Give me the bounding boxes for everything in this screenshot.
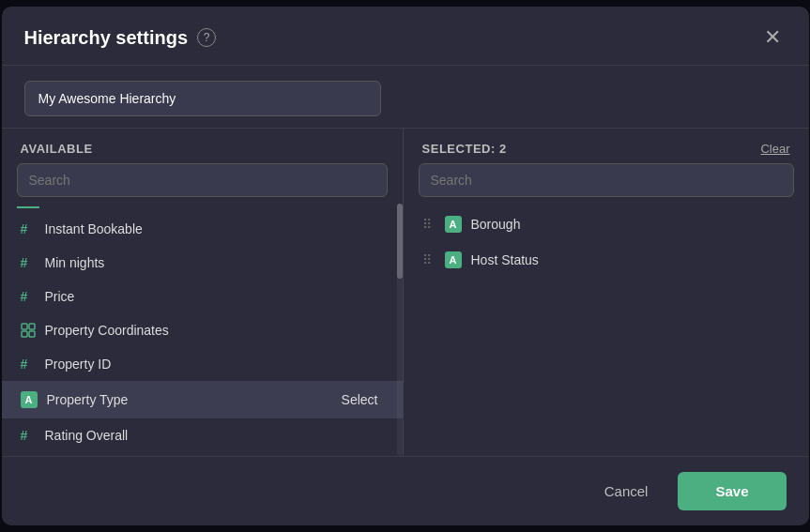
modal-title: Hierarchy settings [24,27,189,49]
available-label: Available [21,142,93,156]
list-item[interactable]: # Instant Bookable [2,212,403,246]
item-label: Instant Bookable [45,221,384,236]
hash-icon: # [21,255,36,270]
selected-item-borough[interactable]: ⠿ A Borough [404,206,809,242]
svg-rect-2 [22,331,27,337]
clear-button[interactable]: Clear [760,142,789,156]
available-column: Available # Instant Bookable # Min night… [2,129,404,456]
hash-icon: # [21,428,36,443]
scrollbar-thumb[interactable] [397,204,403,279]
item-label: Property Type [47,392,327,407]
item-label: Property Coordinates [45,323,384,338]
modal-footer: Cancel Save [2,456,809,525]
svg-rect-0 [22,324,27,329]
selected-header: Selected: 2 Clear [404,129,809,163]
item-label: Rating Overall [45,428,384,443]
selected-search-input[interactable] [419,163,794,197]
select-button[interactable]: Select [336,390,384,409]
item-label: Property ID [45,357,384,372]
cancel-button[interactable]: Cancel [586,474,667,509]
coord-icon [21,323,36,338]
a-icon: A [445,251,462,268]
help-icon[interactable]: ? [197,28,216,47]
title-row: Hierarchy settings ? [24,27,217,49]
hash-icon: # [21,289,36,304]
hash-icon: # [21,221,36,236]
selected-item-host-status[interactable]: ⠿ A Host Status [404,242,809,278]
modal-overlay: Hierarchy settings ? ✕ Available # [0,0,810,532]
list-item[interactable]: # Min nights [2,246,403,280]
selected-items-list: ⠿ A Borough ⠿ A Host Status [404,203,809,456]
name-input-row [2,66,809,128]
available-items-list: # Instant Bookable # Min nights # Price [2,208,403,456]
close-button[interactable]: ✕ [758,25,787,50]
hierarchy-settings-modal: Hierarchy settings ? ✕ Available # [2,7,809,525]
list-item[interactable]: Property Coordinates [2,313,403,347]
drag-handle-icon[interactable]: ⠿ [422,217,432,232]
drag-handle-icon[interactable]: ⠿ [422,252,432,267]
available-header: Available [2,129,403,163]
a-icon: A [445,216,462,233]
a-icon: A [21,391,38,408]
list-item-property-type[interactable]: A Property Type Select [2,381,403,418]
selected-label: Selected: 2 [422,142,507,156]
columns-area: Available # Instant Bookable # Min night… [2,128,809,456]
svg-rect-1 [29,324,35,329]
list-item[interactable]: # Price [2,280,403,313]
hash-icon: # [21,357,36,372]
item-label: Min nights [45,255,384,270]
save-button[interactable]: Save [678,472,786,510]
scrollbar-track [397,204,403,456]
item-label: Borough [471,217,790,232]
item-label: Host Status [471,252,790,267]
hierarchy-name-input[interactable] [24,81,381,116]
list-item[interactable]: # Property ID [2,347,403,381]
available-search-input[interactable] [17,163,388,197]
svg-rect-3 [29,331,35,337]
list-item[interactable]: # Rating Overall [2,418,403,452]
selected-column: Selected: 2 Clear ⠿ A Borough ⠿ A [404,129,809,456]
item-label: Price [45,289,384,304]
modal-header: Hierarchy settings ? ✕ [2,7,809,66]
